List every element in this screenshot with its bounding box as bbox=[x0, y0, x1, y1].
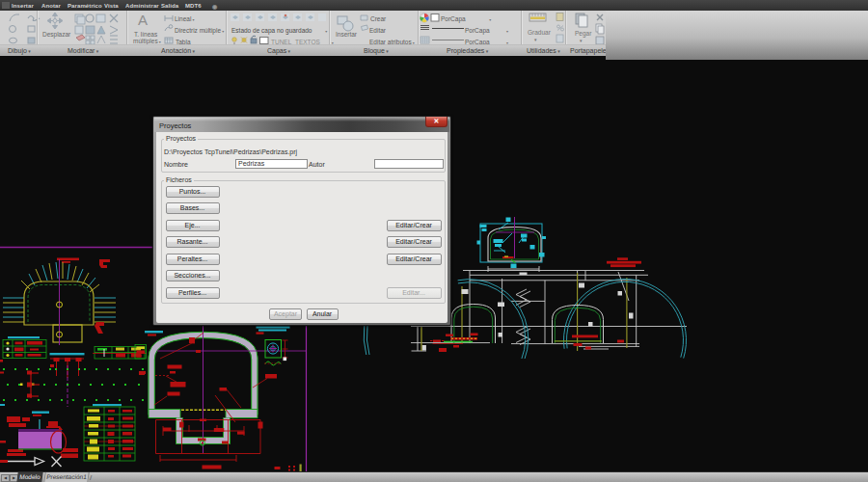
svg-text:A: A bbox=[138, 12, 148, 28]
